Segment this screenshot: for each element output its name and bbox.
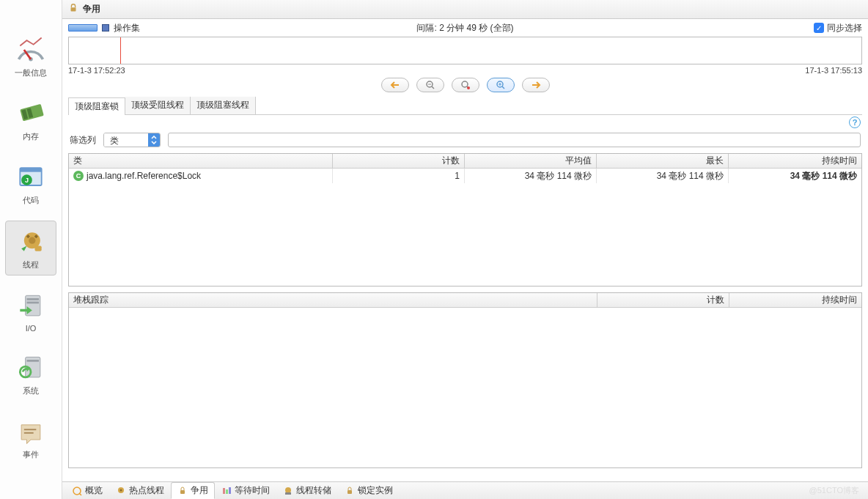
sidebar-item-general[interactable]: 一般信息	[5, 29, 56, 83]
th-stack-count[interactable]: 计数	[597, 293, 729, 307]
svg-point-36	[120, 489, 122, 491]
timeline-end: 17-1-3 17:55:13	[805, 66, 862, 75]
sidebar-item-code[interactable]: J 代码	[5, 157, 56, 210]
actions-label: 操作集	[114, 22, 140, 34]
timeline[interactable]	[68, 37, 862, 64]
lock-icon	[68, 3, 78, 15]
class-icon: C	[73, 171, 84, 181]
svg-rect-16	[27, 302, 40, 304]
sidebar-item-label: 内存	[23, 131, 39, 142]
th-stack[interactable]: 堆栈跟踪	[69, 293, 597, 307]
chevron-updown-icon	[148, 133, 160, 147]
hotthreads-icon	[116, 486, 126, 496]
td-count: 1	[333, 169, 465, 183]
interval-label: 间隔: 2 分钟 49 秒 (全部)	[416, 22, 513, 34]
svg-rect-43	[347, 490, 352, 494]
help-icon[interactable]: ?	[849, 117, 861, 128]
overview-icon	[72, 486, 82, 496]
svg-text:J: J	[25, 177, 29, 184]
memory-icon	[15, 97, 47, 130]
lockinst-icon	[345, 486, 355, 496]
sub-tabs: 顶级阻塞锁 顶级受阻线程 顶级阻塞线程	[68, 97, 862, 115]
svg-rect-15	[27, 298, 40, 300]
actions-icon[interactable]	[102, 24, 109, 32]
svg-rect-37	[180, 490, 185, 494]
watermark: @51CTO博客	[809, 485, 865, 496]
svg-rect-22	[71, 7, 76, 11]
main-panel: 争用 操作集 间隔: 2 分钟 49 秒 (全部) ✓ 同步选择 17-1-3 …	[62, 0, 868, 499]
sidebar-item-label: 事件	[23, 449, 39, 460]
nav-next-button[interactable]	[522, 78, 550, 92]
svg-point-10	[29, 237, 35, 244]
subtab-top-blocking-threads[interactable]: 顶级阻塞线程	[191, 97, 256, 114]
subtab-top-blocking-locks[interactable]: 顶级阻塞锁	[68, 97, 125, 115]
svg-rect-38	[223, 488, 225, 494]
code-icon: J	[15, 161, 47, 193]
bottom-tabs: 概览 热点线程 争用 等待时间 线程转储 锁定实例 @51CTO博客	[62, 481, 868, 499]
filter-row: 筛选列 类	[62, 130, 868, 150]
sidebar-item-threads[interactable]: 线程	[5, 221, 56, 276]
sync-label: 同步选择	[827, 22, 862, 34]
toolbar: 操作集 间隔: 2 分钟 49 秒 (全部) ✓ 同步选择	[62, 19, 868, 37]
events-icon	[15, 415, 47, 448]
th-max[interactable]: 最长	[597, 154, 729, 168]
filter-label: 筛选列	[70, 134, 96, 147]
system-icon	[15, 352, 47, 384]
stack-table: 堆栈跟踪 计数 持续时间	[68, 292, 862, 468]
svg-rect-40	[229, 487, 231, 494]
svg-point-26	[462, 81, 468, 87]
svg-rect-42	[285, 492, 291, 495]
sidebar-item-system[interactable]: 系统	[5, 347, 56, 401]
th-avg[interactable]: 平均值	[465, 154, 597, 168]
td-dur: 34 毫秒 114 微秒	[729, 169, 861, 183]
svg-point-41	[285, 487, 291, 493]
title-bar: 争用	[62, 0, 868, 19]
btab-hotthreads[interactable]: 热点线程	[109, 482, 171, 499]
filter-selected: 类	[104, 133, 148, 147]
th-stack-dur[interactable]: 持续时间	[729, 293, 861, 307]
nav-zoom-out-button[interactable]	[416, 78, 444, 92]
filter-column-select[interactable]: 类	[103, 133, 161, 147]
svg-rect-39	[226, 489, 228, 494]
filter-input[interactable]	[168, 133, 861, 147]
sidebar-item-memory[interactable]: 内存	[5, 93, 56, 147]
th-count[interactable]: 计数	[333, 154, 465, 168]
sidebar-item-io[interactable]: I/O	[5, 286, 56, 337]
btab-contention[interactable]: 争用	[171, 482, 215, 499]
sidebar-item-events[interactable]: 事件	[5, 411, 56, 465]
btab-overview[interactable]: 概览	[65, 482, 109, 499]
gauge-icon	[15, 34, 47, 66]
th-dur[interactable]: 持续时间	[729, 154, 861, 168]
nav-zoom-reset-button[interactable]	[452, 78, 479, 92]
nav-zoom-in-button[interactable]	[487, 78, 515, 92]
th-class[interactable]: 类	[69, 154, 333, 168]
lock-icon	[177, 486, 188, 496]
subtab-top-blocked-threads[interactable]: 顶级受阻线程	[125, 97, 191, 114]
nav-buttons	[62, 75, 868, 97]
threaddump-icon	[283, 486, 293, 496]
event-bar-icon[interactable]	[68, 24, 98, 32]
sidebar-item-label: 代码	[23, 195, 39, 206]
locks-table: 类 计数 平均值 最长 持续时间 Cjava.lang.ref.Referenc…	[68, 153, 862, 287]
svg-rect-6	[20, 168, 41, 172]
io-icon	[15, 290, 47, 322]
btab-lockinstances[interactable]: 锁定实例	[338, 482, 400, 499]
timeline-start: 17-1-3 17:52:23	[68, 66, 125, 75]
table-row[interactable]: Cjava.lang.ref.Reference$Lock 1 34 毫秒 11…	[69, 169, 861, 183]
td-max: 34 毫秒 114 微秒	[597, 169, 729, 183]
sidebar: 一般信息 内存 J 代码 线程 I/O 系统 事件	[0, 0, 62, 499]
svg-rect-18	[27, 360, 40, 362]
stack-body	[69, 308, 861, 467]
svg-point-28	[467, 86, 470, 89]
threads-icon	[15, 226, 47, 258]
svg-line-30	[502, 86, 504, 89]
sync-checkbox[interactable]: ✓	[814, 23, 824, 33]
td-class: java.lang.ref.Reference$Lock	[87, 171, 201, 181]
sidebar-item-label: 一般信息	[15, 67, 47, 78]
nav-prev-button[interactable]	[381, 78, 409, 92]
svg-line-34	[79, 493, 81, 495]
btab-threaddump[interactable]: 线程转储	[276, 482, 338, 499]
btab-waittime[interactable]: 等待时间	[215, 482, 276, 499]
svg-line-24	[432, 86, 434, 89]
page-title: 争用	[83, 3, 100, 15]
